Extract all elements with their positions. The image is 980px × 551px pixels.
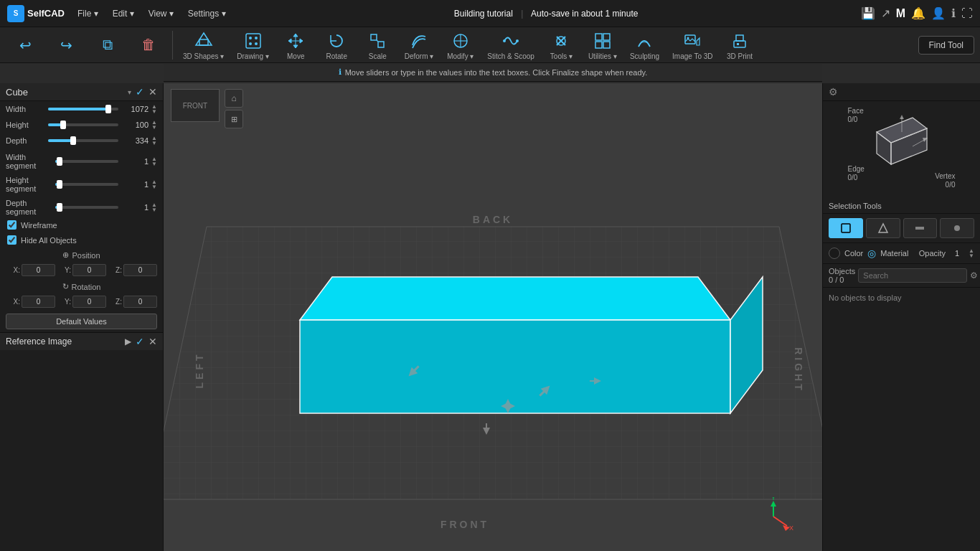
fullscreen-icon[interactable]: ⛶	[961, 7, 973, 20]
user-icon[interactable]: 👤	[931, 6, 946, 20]
file-menu[interactable]: File ▾	[72, 7, 104, 20]
copy-icon: ⧉	[96, 34, 119, 57]
selection-tools-header: Selection Tools	[823, 199, 980, 214]
perspective-button[interactable]: ⊞	[225, 110, 243, 128]
select-object-button[interactable]	[829, 218, 863, 238]
rot-z-input[interactable]	[123, 296, 157, 308]
toolbar-utilities[interactable]: Utilities ▾	[583, 27, 623, 63]
toolbar-delete[interactable]: 🗑	[128, 31, 168, 60]
color-material-row: Color ◎ Material Opacity 1 ▲ ▼	[823, 243, 980, 264]
toolbar-scale[interactable]: Scale	[358, 27, 397, 63]
color-label[interactable]: Color	[844, 249, 863, 258]
width-segment-slider[interactable]	[55, 160, 118, 163]
cube-confirm-button[interactable]: ✓	[136, 86, 144, 98]
pos-y-input[interactable]	[72, 264, 106, 276]
width-slider[interactable]	[48, 108, 118, 110]
toolbar-undo[interactable]: ↩	[6, 31, 45, 60]
settings-menu[interactable]: Settings ▾	[182, 7, 232, 20]
toolbar-3d-print[interactable]: 3D Print	[720, 27, 760, 63]
info-bar: ℹ Move sliders or type in the values int…	[164, 63, 822, 82]
toolbar-sculpting[interactable]: Sculpting	[624, 27, 665, 63]
tools-icon	[550, 29, 573, 52]
rot-y-input[interactable]	[72, 296, 106, 308]
face-label: Face	[848, 107, 864, 115]
height-segment-spinner[interactable]: ▲▼	[151, 179, 157, 189]
info-icon[interactable]: ℹ	[951, 6, 956, 20]
toolbar-deform[interactable]: Deform ▾	[399, 27, 440, 63]
opacity-spinner[interactable]: ▲ ▼	[969, 248, 974, 258]
depth-spinner[interactable]: ▲▼	[151, 136, 157, 146]
save-icon[interactable]: 💾	[861, 6, 875, 20]
utilities-label: Utilities ▾	[588, 52, 617, 60]
right-panel-gear[interactable]: ⚙	[829, 86, 838, 98]
viewport[interactable]: FRONT BACK LEFT RIGHT	[164, 83, 822, 551]
reference-image-expand[interactable]: ▶	[125, 336, 131, 347]
toolbar-redo[interactable]: ↪	[47, 31, 86, 60]
opacity-row: Opacity 1 ▲ ▼	[919, 248, 974, 258]
reference-image-title: Reference Image	[6, 336, 121, 347]
home-button[interactable]: ⌂	[225, 89, 243, 108]
objects-search-input[interactable]	[858, 268, 967, 283]
depth-label: Depth	[6, 136, 45, 145]
depth-value: 334	[121, 136, 149, 145]
height-slider[interactable]	[48, 123, 118, 126]
wireframe-row[interactable]: Wireframe	[0, 217, 163, 232]
depth-segment-spinner[interactable]: ▲▼	[151, 202, 157, 212]
depth-segment-slider[interactable]	[55, 206, 118, 209]
svg-marker-35	[300, 277, 730, 320]
view-menu[interactable]: View ▾	[143, 7, 179, 20]
width-segment-spinner[interactable]: ▲▼	[151, 156, 157, 166]
rotation-grid: X: Y: Z:	[0, 294, 163, 311]
hide-all-objects-checkbox[interactable]	[7, 235, 17, 245]
toolbar-stitch-scoop[interactable]: Stitch & Scoop	[481, 27, 540, 63]
svg-rect-22	[734, 41, 745, 47]
3d-print-label: 3D Print	[727, 52, 753, 60]
svg-rect-67	[915, 227, 924, 230]
svg-point-5	[249, 42, 252, 45]
bell-icon[interactable]: 🔔	[911, 6, 925, 20]
toolbar-copy[interactable]: ⧉	[88, 31, 127, 60]
cube-dropdown-arrow[interactable]: ▾	[128, 88, 131, 96]
select-face-button[interactable]	[866, 218, 900, 238]
m-icon[interactable]: M	[896, 7, 905, 20]
edge-label: Edge	[848, 165, 864, 173]
share-icon[interactable]: ↗	[881, 6, 890, 20]
wireframe-label: Wireframe	[21, 221, 57, 230]
wireframe-checkbox[interactable]	[7, 220, 17, 230]
app-name: SelfCAD	[27, 8, 65, 19]
width-spinner[interactable]: ▲▼	[151, 104, 157, 114]
find-tool-button[interactable]: Find Tool	[918, 36, 974, 55]
toolbar-image-to-3d[interactable]: Image To 3D	[666, 27, 719, 63]
pos-x-input[interactable]	[22, 264, 55, 276]
edit-menu[interactable]: Edit ▾	[107, 7, 140, 20]
depth-segment-value: 1	[121, 203, 149, 212]
tutorial-title: Building tutorial	[454, 9, 513, 19]
toolbar-move[interactable]: Move	[276, 27, 316, 63]
main-area: Cube ▾ ✓ ✕ Width 1072 ▲▼ Height 100	[0, 83, 980, 551]
toolbar-drawing[interactable]: Drawing ▾	[231, 27, 274, 63]
reference-image-close[interactable]: ✕	[149, 336, 157, 347]
toolbar-3d-shapes[interactable]: 3D Shapes ▾	[177, 27, 230, 63]
front-mini-viewport[interactable]: FRONT	[171, 89, 220, 122]
default-values-button[interactable]: Default Values	[6, 314, 157, 329]
svg-text:FRONT: FRONT	[440, 519, 489, 530]
info-bar-icon: ℹ	[339, 67, 341, 77]
hide-all-objects-row[interactable]: Hide All Objects	[0, 232, 163, 248]
toolbar-tools[interactable]: Tools ▾	[542, 27, 581, 63]
color-picker[interactable]	[829, 248, 840, 259]
objects-settings-icon[interactable]: ⚙	[970, 270, 978, 281]
cube-close-button[interactable]: ✕	[149, 86, 157, 98]
objects-count: Objects 0 / 0	[829, 267, 855, 284]
height-segment-slider[interactable]	[55, 183, 118, 186]
material-label[interactable]: Material	[880, 249, 908, 258]
rot-z-label: Z:	[108, 298, 122, 306]
rot-x-input[interactable]	[22, 296, 55, 308]
depth-slider[interactable]	[48, 139, 118, 142]
height-spinner[interactable]: ▲▼	[151, 120, 157, 130]
select-vertex-button[interactable]	[940, 218, 974, 238]
select-edge-button[interactable]	[903, 218, 938, 238]
toolbar-modify[interactable]: Modify ▾	[440, 27, 480, 63]
reference-image-check[interactable]: ✓	[136, 336, 144, 347]
pos-z-input[interactable]	[123, 264, 157, 276]
toolbar-rotate[interactable]: Rotate	[317, 27, 357, 63]
